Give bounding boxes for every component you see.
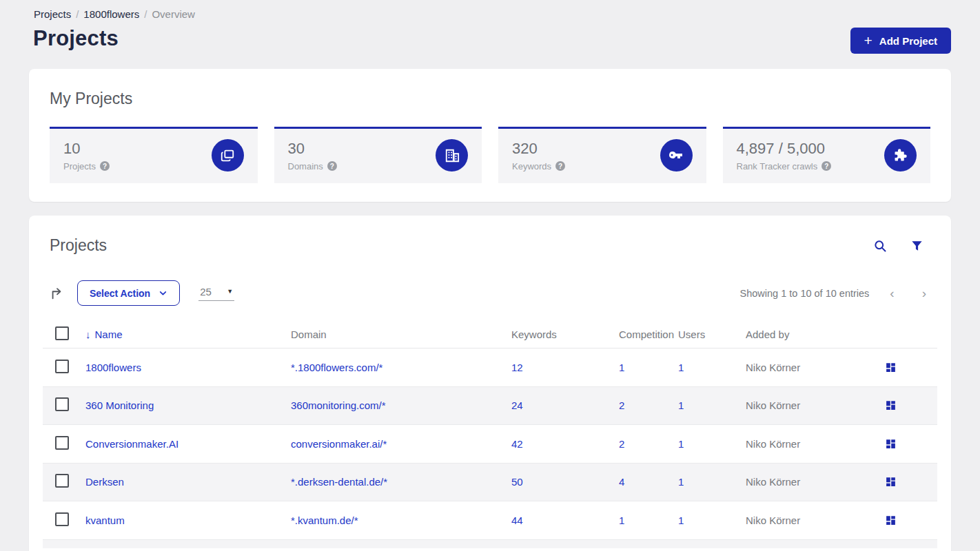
help-icon[interactable]: ?: [821, 161, 831, 171]
chevron-down-icon: [159, 289, 167, 298]
breadcrumb-separator: /: [144, 8, 147, 20]
add-project-button[interactable]: + Add Project: [850, 28, 951, 54]
stat-value: 4,897 / 5,000: [737, 140, 832, 158]
row-checkbox[interactable]: [55, 474, 69, 488]
project-domain-link[interactable]: *.derksen-dental.de/*: [291, 476, 387, 488]
project-name-link[interactable]: kvantum: [85, 514, 125, 526]
dashboard-grid-icon[interactable]: [885, 399, 897, 411]
competition-count[interactable]: 2: [619, 399, 624, 411]
keywords-count[interactable]: 24: [511, 399, 523, 411]
keywords-count[interactable]: 44: [511, 514, 523, 526]
breadcrumb-1800flowers[interactable]: 1800flowers: [83, 8, 139, 20]
added-by-name: Niko Körner: [746, 362, 884, 373]
table-body: 1800flowers *.1800flowers.com/* 12 1 1 N…: [43, 349, 937, 540]
table-header-row: ↓ Name Domain Keywords Competition Users…: [43, 321, 937, 349]
select-all-checkbox[interactable]: [55, 326, 69, 340]
column-header-competition[interactable]: Competition: [619, 329, 678, 340]
add-project-label: Add Project: [879, 35, 937, 47]
projects-page: Projects/1800flowers/Overview Projects +…: [0, 0, 980, 551]
added-by-name: Niko Körner: [746, 399, 884, 411]
pagination-next-button[interactable]: ›: [922, 287, 926, 300]
stat-label: Domains: [288, 161, 323, 171]
breadcrumb-overview: Overview: [152, 8, 195, 20]
my-projects-title: My Projects: [50, 90, 930, 108]
table-row: Conversionmaker.AI conversionmaker.ai/* …: [43, 425, 937, 464]
plus-icon: +: [864, 33, 872, 48]
sort-desc-icon: ↓: [85, 329, 91, 340]
page-title: Projects: [33, 26, 119, 51]
dashboard-grid-icon[interactable]: [885, 362, 897, 373]
row-checkbox[interactable]: [55, 397, 69, 411]
table-row: 360 Monitoring 360monitoring.com/* 24 2 …: [43, 387, 937, 426]
help-icon[interactable]: ?: [327, 161, 337, 171]
competition-count[interactable]: 1: [619, 362, 624, 373]
select-action-label: Select Action: [90, 288, 150, 299]
help-icon[interactable]: ?: [100, 161, 110, 171]
row-checkbox[interactable]: [55, 436, 69, 450]
users-count[interactable]: 1: [678, 476, 684, 488]
column-header-added-by[interactable]: Added by: [746, 329, 884, 340]
added-by-name: Niko Körner: [746, 476, 884, 488]
select-action-dropdown[interactable]: Select Action: [77, 280, 180, 306]
partial-next-row: [43, 540, 937, 548]
competition-count[interactable]: 4: [619, 476, 624, 488]
column-header-keywords[interactable]: Keywords: [511, 329, 619, 340]
table-row: 1800flowers *.1800flowers.com/* 12 1 1 N…: [43, 349, 937, 387]
competition-count[interactable]: 1: [619, 514, 624, 526]
stat-label: Rank Tracker crawls: [737, 161, 818, 171]
table-row: Derksen *.derksen-dental.de/* 50 4 1 Nik…: [43, 464, 937, 502]
stat-tile-keywords: 320 Keywords?: [498, 127, 706, 183]
project-name-link[interactable]: Derksen: [85, 476, 124, 488]
puzzle-icon: [884, 139, 917, 171]
stat-value: 10: [63, 140, 110, 158]
users-count[interactable]: 1: [678, 514, 684, 526]
bulk-forward-icon[interactable]: [50, 286, 65, 301]
search-icon[interactable]: [872, 238, 888, 254]
pagination-prev-button[interactable]: ‹: [890, 287, 894, 300]
breadcrumb: Projects/1800flowers/Overview: [34, 8, 195, 20]
project-domain-link[interactable]: conversionmaker.ai/*: [291, 438, 387, 450]
filter-icon[interactable]: [909, 238, 925, 253]
project-name-link[interactable]: 360 Monitoring: [85, 399, 154, 411]
row-checkbox[interactable]: [55, 512, 69, 526]
project-domain-link[interactable]: *.1800flowers.com/*: [291, 362, 382, 373]
keywords-count[interactable]: 42: [511, 438, 523, 450]
dashboard-grid-icon[interactable]: [885, 514, 897, 526]
building-icon: [436, 139, 468, 171]
stats-row: 10 Projects? 30 Domains?: [50, 127, 930, 183]
dashboard-grid-icon[interactable]: [885, 438, 897, 450]
project-name-link[interactable]: Conversionmaker.AI: [85, 438, 178, 450]
dashboard-grid-icon[interactable]: [885, 476, 897, 488]
breadcrumb-projects[interactable]: Projects: [34, 8, 71, 20]
added-by-name: Niko Körner: [746, 438, 884, 450]
keywords-count[interactable]: 12: [511, 362, 523, 373]
stat-tile-domains: 30 Domains?: [274, 127, 482, 183]
project-domain-link[interactable]: *.kvantum.de/*: [291, 514, 358, 526]
competition-count[interactable]: 2: [619, 438, 624, 450]
projects-table-card: Projects Se: [29, 216, 951, 551]
column-header-domain[interactable]: Domain: [291, 329, 511, 340]
row-checkbox[interactable]: [55, 360, 69, 373]
project-name-link[interactable]: 1800flowers: [85, 362, 141, 373]
users-count[interactable]: 1: [678, 438, 684, 450]
page-size-select[interactable]: 25 ▼: [198, 286, 234, 301]
added-by-name: Niko Körner: [746, 514, 884, 526]
keywords-count[interactable]: 50: [511, 476, 523, 488]
stat-label: Keywords: [512, 161, 551, 171]
column-header-users[interactable]: Users: [678, 329, 746, 340]
users-count[interactable]: 1: [678, 399, 684, 411]
help-icon[interactable]: ?: [555, 161, 565, 171]
table-toolbar: Select Action 25 ▼ Showing 1 to 10 of 10…: [50, 280, 930, 306]
breadcrumb-separator: /: [76, 8, 79, 20]
stat-tile-projects: 10 Projects?: [50, 127, 258, 183]
stat-label: Projects: [63, 161, 96, 171]
stat-value: 320: [512, 140, 565, 158]
projects-copy-icon: [212, 139, 244, 171]
column-header-name[interactable]: ↓ Name: [85, 329, 291, 340]
project-domain-link[interactable]: 360monitoring.com/*: [291, 399, 386, 411]
page-size-value: 25: [200, 286, 212, 298]
stat-tile-crawls: 4,897 / 5,000 Rank Tracker crawls?: [723, 127, 931, 183]
dropdown-arrow-icon: ▼: [227, 288, 233, 295]
table-row: kvantum *.kvantum.de/* 44 1 1 Niko Körne…: [43, 501, 937, 540]
users-count[interactable]: 1: [678, 362, 684, 373]
